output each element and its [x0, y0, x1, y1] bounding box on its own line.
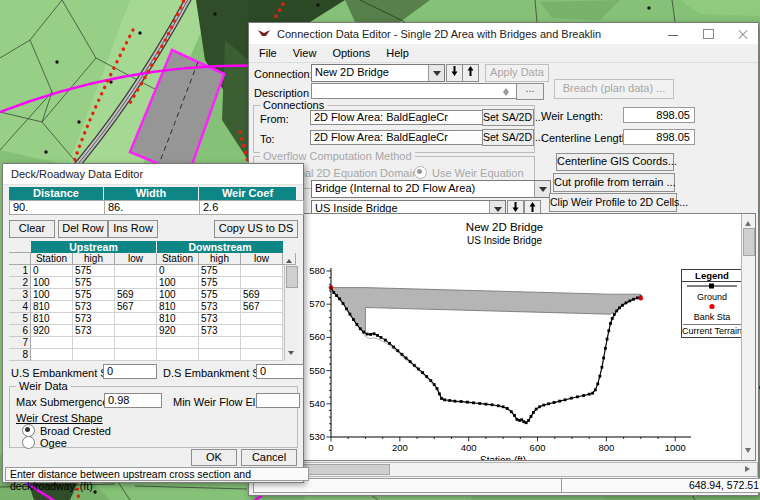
table-cell[interactable] [241, 265, 283, 277]
centerline-gis-coords-button[interactable]: Centerline GIS Coords... [556, 153, 674, 171]
breach-button[interactable]: Breach (plan data) ... [554, 79, 674, 99]
description-ellipsis-button[interactable]: ... [516, 83, 544, 100]
table-cell[interactable] [199, 349, 241, 361]
table-cell[interactable]: 920 [31, 325, 73, 337]
menu-help[interactable]: Help [378, 45, 417, 61]
menu-view[interactable]: View [285, 45, 325, 61]
cancel-button[interactable]: Cancel [241, 449, 297, 466]
table-cell[interactable]: 0 [31, 265, 73, 277]
connection-next-button[interactable] [462, 64, 479, 82]
chart-vertical-scrollbar[interactable] [741, 214, 755, 460]
use-weir-equation-radio[interactable] [414, 166, 427, 179]
table-row: 5810573810573 [9, 313, 297, 325]
row-number: 6 [9, 325, 31, 337]
table-cell[interactable]: 573 [73, 301, 115, 313]
chevron-down-icon[interactable] [428, 65, 444, 81]
us-embankment-input[interactable]: 0 [103, 364, 157, 379]
table-cell[interactable] [199, 337, 241, 349]
table-cell[interactable] [31, 337, 73, 349]
set-sa-2d-from-button[interactable]: Set SA/2D ... [482, 109, 534, 126]
ogee-label: Ogee [40, 437, 67, 449]
structure-type-combo[interactable]: Bridge (Internal to 2D Flow Area) [311, 180, 551, 198]
from-value: 2D Flow Area: BaldEagleCr [310, 110, 484, 125]
table-cell[interactable] [73, 349, 115, 361]
table-cell[interactable]: 569 [241, 289, 283, 301]
table-cell[interactable]: 575 [199, 289, 241, 301]
table-cell[interactable]: 567 [115, 301, 157, 313]
ok-button[interactable]: OK [191, 449, 237, 466]
close-button[interactable] [733, 26, 754, 41]
ds-embankment-input[interactable]: 0 [256, 364, 304, 379]
table-cell[interactable]: 575 [73, 277, 115, 289]
table-cell[interactable]: 573 [199, 313, 241, 325]
table-cell[interactable] [115, 265, 157, 277]
chart-horizontal-scrollbar[interactable] [253, 462, 758, 477]
clear-button[interactable]: Clear [9, 220, 55, 238]
table-cell[interactable]: 920 [157, 325, 199, 337]
window-title: Connection Data Editor - Single 2D Area … [277, 28, 601, 40]
table-cell[interactable] [73, 337, 115, 349]
table-scrollbar[interactable] [284, 265, 297, 361]
table-cell[interactable] [115, 313, 157, 325]
centerline-length-label: Centerline Length: [541, 132, 631, 144]
table-cell[interactable]: 100 [157, 277, 199, 289]
table-cell[interactable]: 810 [157, 301, 199, 313]
connection-combo[interactable]: New 2D Bridge [311, 64, 445, 82]
description-spinner[interactable] [501, 84, 511, 97]
chevron-down-icon[interactable] [534, 181, 550, 197]
table-cell[interactable]: 569 [115, 289, 157, 301]
table-cell[interactable] [115, 337, 157, 349]
connection-prev-button[interactable] [446, 64, 463, 82]
table-cell[interactable] [157, 337, 199, 349]
table-cell[interactable]: 575 [199, 277, 241, 289]
width-input[interactable]: 86. [104, 200, 206, 215]
table-cell[interactable] [115, 325, 157, 337]
table-cell[interactable] [241, 313, 283, 325]
ogee-radio[interactable] [22, 436, 35, 449]
description-input[interactable] [311, 83, 519, 99]
table-cell[interactable]: 567 [241, 301, 283, 313]
table-cell[interactable]: 0 [157, 265, 199, 277]
table-cell[interactable]: 810 [157, 313, 199, 325]
table-cell[interactable]: 573 [199, 325, 241, 337]
min-weir-flow-input[interactable] [256, 393, 300, 408]
table-cell[interactable] [115, 349, 157, 361]
weir-coef-input[interactable]: 2.6 [199, 200, 304, 215]
table-cell[interactable]: 100 [31, 289, 73, 301]
table-cell[interactable]: 573 [199, 301, 241, 313]
table-cell[interactable]: 810 [31, 301, 73, 313]
table-cell[interactable]: 100 [157, 289, 199, 301]
table-cell[interactable]: 573 [73, 313, 115, 325]
ins-row-button[interactable]: Ins Row [108, 220, 158, 238]
table-cell[interactable]: 575 [199, 265, 241, 277]
del-row-button[interactable]: Del Row [58, 220, 108, 238]
distance-input[interactable]: 90. [9, 200, 111, 215]
legend-terrain-label: Current Terrain [682, 326, 742, 337]
clip-weir-profile-button[interactable]: Clip Weir Profile to 2D Cells... [549, 193, 677, 212]
menu-file[interactable]: File [251, 45, 285, 61]
maximize-button[interactable] [698, 26, 719, 41]
menu-options[interactable]: Options [324, 45, 378, 61]
table-cell[interactable] [241, 337, 283, 349]
table-cell[interactable] [157, 349, 199, 361]
table-cell[interactable] [31, 349, 73, 361]
row-number: 2 [9, 277, 31, 289]
table-cell[interactable] [241, 325, 283, 337]
table-cell[interactable]: 100 [31, 277, 73, 289]
minimize-button[interactable] [663, 26, 684, 41]
table-cell[interactable]: 575 [73, 289, 115, 301]
max-submergence-input[interactable]: 0.98 [104, 393, 162, 408]
copy-us-ds-button[interactable]: Copy US to DS [214, 220, 298, 238]
table-cell[interactable]: 575 [73, 265, 115, 277]
cut-profile-terrain-button[interactable]: Cut profile from terrain ... [553, 173, 675, 192]
table-cell[interactable] [115, 277, 157, 289]
table-scroll-up[interactable] [283, 253, 296, 265]
svg-text:540: 540 [309, 398, 325, 409]
set-sa-2d-to-button[interactable]: Set SA/2D ... [482, 129, 534, 146]
table-cell[interactable]: 573 [73, 325, 115, 337]
arrow-down-icon [512, 202, 519, 212]
table-cell[interactable]: 810 [31, 313, 73, 325]
apply-data-button[interactable]: Apply Data [485, 64, 549, 82]
table-cell[interactable] [241, 277, 283, 289]
table-cell[interactable] [241, 349, 283, 361]
